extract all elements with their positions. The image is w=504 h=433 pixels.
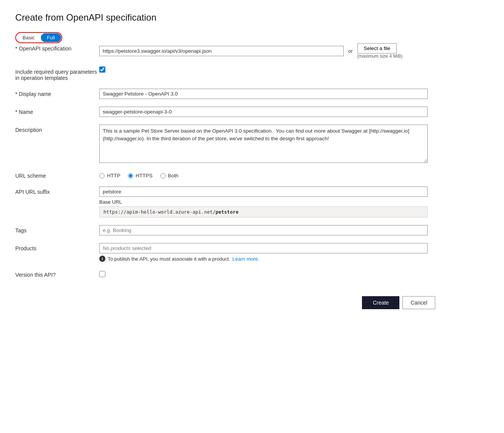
- radio-https-text: HTTPS: [136, 173, 152, 178]
- radio-http-text: HTTP: [107, 173, 120, 178]
- info-icon: i: [99, 256, 105, 262]
- required-marker-3: *: [15, 109, 17, 115]
- openapi-spec-label: OpenAPI specification: [19, 45, 71, 52]
- page-title: Create from OpenAPI specification: [15, 12, 489, 23]
- url-scheme-radio-group: HTTP HTTPS Both: [99, 170, 435, 178]
- tags-label-col: Tags: [15, 225, 99, 234]
- openapi-spec-input[interactable]: [99, 46, 344, 56]
- openapi-spec-control: or Select a file (maximum size 4 MiB): [99, 43, 435, 59]
- include-params-label-col: Include required query parameters in ope…: [15, 66, 99, 81]
- publish-info-text: To publish the API, you must associate i…: [108, 256, 230, 262]
- tags-control: [99, 225, 435, 235]
- include-params-checkbox-row: [99, 66, 435, 73]
- include-params-control: [99, 66, 435, 73]
- display-name-label: Display name: [19, 91, 51, 97]
- openapi-spec-label-col: * OpenAPI specification: [15, 43, 99, 52]
- name-label: Name: [19, 109, 33, 115]
- version-control: [99, 269, 435, 277]
- api-url-suffix-label: API URL suffix: [15, 189, 50, 195]
- select-file-group: Select a file (maximum size 4 MiB): [357, 43, 403, 59]
- openapi-spec-input-row: or Select a file (maximum size 4 MiB): [99, 43, 435, 59]
- create-button[interactable]: Create: [362, 296, 399, 309]
- or-text: or: [348, 48, 353, 54]
- url-scheme-label: URL scheme: [15, 173, 46, 179]
- required-marker: *: [15, 45, 17, 52]
- version-checkbox[interactable]: [99, 271, 105, 277]
- learn-more-link[interactable]: Learn more.: [233, 256, 259, 262]
- base-url-container: Base URL https://apim-hello-world.azure-…: [99, 199, 435, 217]
- view-mode-toggle[interactable]: Basic Full: [15, 32, 62, 43]
- name-input[interactable]: [99, 107, 428, 117]
- base-url-display: https://apim-hello-world.azure-api.net/p…: [99, 206, 428, 217]
- basic-toggle-button[interactable]: Basic: [16, 33, 41, 42]
- radio-http-label[interactable]: HTTP: [99, 173, 120, 178]
- tags-input[interactable]: [99, 225, 428, 235]
- radio-both[interactable]: [160, 173, 166, 178]
- name-control: [99, 107, 435, 117]
- tags-label: Tags: [15, 227, 27, 234]
- version-label: Version this API?: [15, 272, 56, 278]
- api-url-suffix-label-col: API URL suffix: [15, 186, 99, 195]
- radio-https[interactable]: [128, 173, 133, 178]
- base-url-suffix-display: petstore: [216, 209, 239, 215]
- description-label-col: Description: [15, 125, 99, 133]
- display-name-control: [99, 89, 435, 99]
- products-info-row: i To publish the API, you must associate…: [99, 256, 435, 262]
- display-name-input[interactable]: [99, 89, 428, 99]
- version-checkbox-row: [99, 269, 435, 277]
- select-file-button[interactable]: Select a file: [357, 43, 397, 54]
- full-toggle-button[interactable]: Full: [41, 33, 61, 42]
- description-control: This is a sample Pet Store Server based …: [99, 125, 435, 163]
- description-label: Description: [15, 127, 42, 133]
- display-name-label-col: * Display name: [15, 89, 99, 97]
- file-size-note: (maximum size 4 MiB): [357, 54, 403, 59]
- products-input[interactable]: [99, 243, 428, 253]
- form-container: * OpenAPI specification or Select a file…: [15, 43, 435, 278]
- products-control: i To publish the API, you must associate…: [99, 243, 435, 262]
- products-label: Products: [15, 245, 36, 251]
- bottom-buttons: Create Cancel: [15, 296, 435, 309]
- base-url-label: Base URL: [99, 199, 435, 205]
- url-scheme-label-col: URL scheme: [15, 170, 99, 179]
- description-textarea[interactable]: This is a sample Pet Store Server based …: [99, 125, 428, 163]
- base-url-prefix: https://apim-hello-world.azure-api.net/: [103, 209, 216, 215]
- radio-both-label[interactable]: Both: [160, 173, 179, 178]
- radio-both-text: Both: [168, 173, 179, 178]
- required-marker-2: *: [15, 91, 17, 97]
- radio-http[interactable]: [99, 173, 105, 178]
- api-url-suffix-input[interactable]: [99, 186, 428, 197]
- include-params-label: Include required query parameters in ope…: [15, 69, 99, 81]
- url-scheme-control: HTTP HTTPS Both: [99, 170, 435, 178]
- products-label-col: Products: [15, 243, 99, 251]
- radio-https-label[interactable]: HTTPS: [128, 173, 152, 178]
- version-label-col: Version this API?: [15, 269, 99, 278]
- name-label-col: * Name: [15, 107, 99, 115]
- include-params-checkbox[interactable]: [99, 66, 105, 73]
- cancel-button[interactable]: Cancel: [402, 296, 435, 309]
- api-url-suffix-control: Base URL https://apim-hello-world.azure-…: [99, 186, 435, 217]
